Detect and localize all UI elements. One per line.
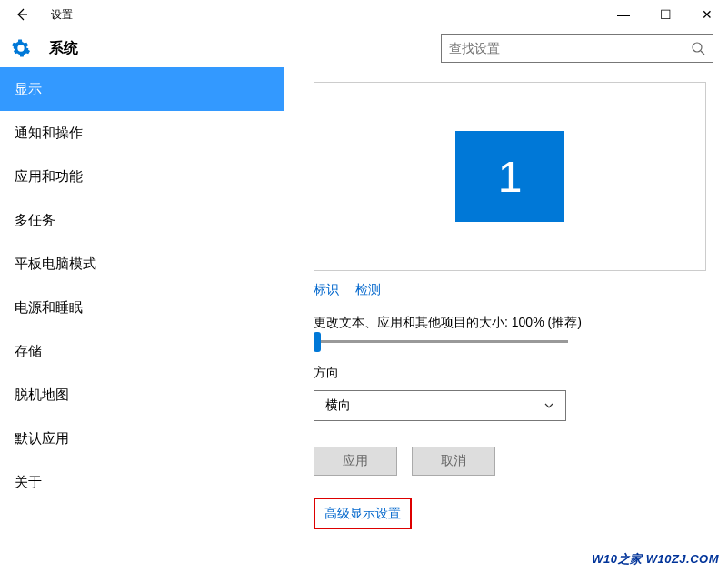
scale-slider-thumb[interactable] (314, 332, 321, 352)
search-icon[interactable] (691, 41, 705, 55)
sidebar-item-maps[interactable]: 脱机地图 (0, 373, 284, 417)
monitor-1[interactable]: 1 (455, 131, 564, 222)
search-box[interactable] (441, 34, 713, 63)
orientation-value: 横向 (325, 397, 351, 414)
button-row: 应用 取消 (314, 447, 706, 476)
close-button[interactable]: ✕ (686, 0, 728, 29)
sidebar-item-default-apps[interactable]: 默认应用 (0, 417, 284, 460)
advanced-highlight: 高级显示设置 (314, 498, 412, 529)
svg-point-0 (693, 43, 702, 52)
page-title: 系统 (49, 39, 78, 58)
sidebar-item-power[interactable]: 电源和睡眠 (0, 286, 284, 329)
sidebar-item-about[interactable]: 关于 (0, 460, 284, 504)
advanced-display-link[interactable]: 高级显示设置 (324, 506, 401, 520)
monitor-actions: 标识 检测 (314, 282, 706, 298)
window-title: 设置 (51, 7, 73, 23)
detect-link[interactable]: 检测 (355, 282, 381, 298)
apply-button[interactable]: 应用 (314, 447, 397, 476)
header-left: 系统 (11, 38, 78, 58)
sidebar-item-multitasking[interactable]: 多任务 (0, 198, 284, 242)
orientation-label: 方向 (314, 365, 706, 381)
identify-link[interactable]: 标识 (314, 282, 339, 298)
back-arrow-icon (15, 7, 29, 22)
sidebar-item-display[interactable]: 显示 (0, 67, 284, 111)
minimize-button[interactable]: — (603, 0, 644, 29)
gear-icon (11, 38, 31, 58)
sidebar-item-notifications[interactable]: 通知和操作 (0, 111, 284, 155)
chevron-down-icon (544, 400, 554, 411)
scale-label: 更改文本、应用和其他项目的大小: 100% (推荐) (314, 315, 706, 331)
main-panel: 1 标识 检测 更改文本、应用和其他项目的大小: 100% (推荐) 方向 横向… (284, 67, 728, 573)
watermark: W10之家 W10ZJ.COM (592, 551, 719, 568)
header-row: 系统 (0, 29, 728, 67)
scale-slider[interactable] (314, 340, 568, 343)
sidebar-item-storage[interactable]: 存储 (0, 329, 284, 373)
maximize-button[interactable]: ☐ (644, 0, 686, 29)
sidebar: 显示 通知和操作 应用和功能 多任务 平板电脑模式 电源和睡眠 存储 脱机地图 … (0, 67, 284, 573)
sidebar-item-tablet[interactable]: 平板电脑模式 (0, 242, 284, 286)
cancel-button[interactable]: 取消 (412, 447, 495, 476)
titlebar-left: 设置 (0, 0, 73, 29)
orientation-select[interactable]: 横向 (314, 390, 566, 421)
monitor-preview: 1 (314, 82, 706, 271)
sidebar-item-apps[interactable]: 应用和功能 (0, 155, 284, 198)
search-input[interactable] (449, 41, 685, 55)
titlebar-right: — ☐ ✕ (603, 0, 728, 29)
content: 显示 通知和操作 应用和功能 多任务 平板电脑模式 电源和睡眠 存储 脱机地图 … (0, 67, 728, 573)
titlebar: 设置 — ☐ ✕ (0, 0, 728, 29)
back-button[interactable] (0, 0, 44, 29)
